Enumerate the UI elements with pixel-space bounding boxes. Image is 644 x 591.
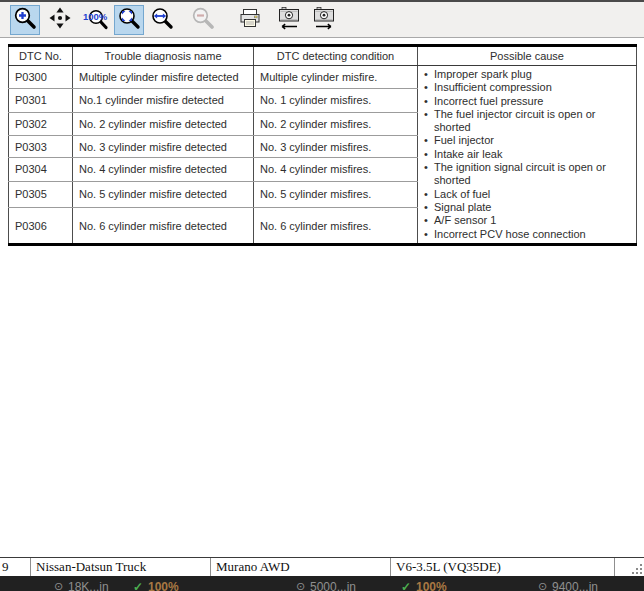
- metric-percent: 100%: [416, 580, 447, 591]
- status-vehicle-make: Nissan-Datsun Truck: [31, 558, 211, 577]
- gauge-icon: ⊙: [296, 580, 305, 591]
- condition-cell: No. 3 cylinder misfires.: [254, 135, 418, 157]
- metric-text: 9400...in: [552, 580, 598, 591]
- condition-cell: No. 1 cylinder misfires.: [254, 89, 418, 112]
- fit-width-button[interactable]: [148, 6, 176, 34]
- zoom-100-icon: 100%: [83, 6, 109, 34]
- dtc-no-cell: P0301: [9, 89, 73, 112]
- cause-item: The ignition signal circuit is open or s…: [422, 161, 632, 188]
- bottom-overlay-bar: ⊙ 18K...in ✓ 100% ⊙ 5000...in ✓ 100% ⊙ 9…: [0, 576, 644, 591]
- zoom-out-icon: [191, 6, 215, 34]
- document-view: DTC No. Trouble diagnosis name DTC detec…: [0, 38, 644, 557]
- camera-prev-icon: [276, 5, 302, 35]
- metric-percent: 100%: [148, 580, 179, 591]
- col-header-possible-cause: Possible cause: [418, 46, 637, 66]
- trouble-name-cell: No.1 cylinder misfire detected: [73, 89, 254, 112]
- table-row: P0300 Multiple cylinder misfire detected…: [9, 66, 637, 89]
- dtc-no-cell: P0303: [9, 135, 73, 157]
- cause-item: A/F sensor 1: [422, 214, 632, 227]
- check-icon: ✓: [133, 580, 143, 591]
- zoom-100-button[interactable]: 100%: [82, 6, 110, 34]
- zoom-in-icon: [13, 6, 37, 34]
- dtc-no-cell: P0305: [9, 181, 73, 208]
- zoom-in-button[interactable]: [11, 6, 39, 34]
- fit-width-icon: [150, 6, 174, 34]
- dtc-no-cell: P0306: [9, 208, 73, 245]
- metric-text: 18K...in: [68, 580, 109, 591]
- condition-cell: Multiple cylinder misfire.: [254, 66, 418, 89]
- condition-cell: No. 6 cylinder misfires.: [254, 208, 418, 245]
- print-button[interactable]: [236, 6, 264, 34]
- col-header-trouble-name: Trouble diagnosis name: [73, 46, 254, 66]
- status-bar: 9 Nissan-Datsun Truck Murano AWD V6-3.5L…: [0, 557, 644, 577]
- dtc-no-cell: P0302: [9, 112, 73, 135]
- col-header-dtc-no: DTC No.: [9, 46, 73, 66]
- cause-item: Intake air leak: [422, 148, 632, 161]
- fit-page-button[interactable]: [115, 6, 143, 34]
- gauge-icon: ⊙: [538, 580, 547, 591]
- trouble-name-cell: No. 4 cylinder misfire detected: [73, 158, 254, 181]
- app-window: 100%: [0, 0, 644, 591]
- status-record-number: 9: [0, 558, 31, 577]
- possible-cause-list: Improper spark plug Insufficient compres…: [422, 68, 632, 241]
- check-icon: ✓: [401, 580, 411, 591]
- cause-item: Improper spark plug: [422, 68, 632, 81]
- cause-item: The fuel injector circuit is open or sho…: [422, 108, 632, 135]
- dtc-table: DTC No. Trouble diagnosis name DTC detec…: [8, 44, 637, 246]
- trouble-name-cell: No. 6 cylinder misfire detected: [73, 208, 254, 245]
- trouble-name-cell: No. 5 cylinder misfire detected: [73, 181, 254, 208]
- pan-icon: [48, 6, 72, 34]
- trouble-name-cell: No. 3 cylinder misfire detected: [73, 135, 254, 157]
- condition-cell: No. 5 cylinder misfires.: [254, 181, 418, 208]
- pan-button[interactable]: [46, 6, 74, 34]
- printer-icon: [238, 6, 262, 34]
- dtc-no-cell: P0304: [9, 158, 73, 181]
- resize-grip[interactable]: [631, 563, 643, 575]
- cause-item: Fuel injector: [422, 134, 632, 147]
- possible-cause-cell: Improper spark plug Insufficient compres…: [418, 66, 637, 245]
- metric-text: 5000...in: [310, 580, 356, 591]
- cause-item: Incorrect PCV hose connection: [422, 228, 632, 241]
- trouble-name-cell: Multiple cylinder misfire detected: [73, 66, 254, 89]
- cause-item: Insufficient compression: [422, 81, 632, 94]
- cause-item: Lack of fuel: [422, 188, 632, 201]
- fit-page-icon: [117, 6, 141, 34]
- table-header-row: DTC No. Trouble diagnosis name DTC detec…: [9, 46, 637, 66]
- toolbar: 100%: [0, 2, 644, 38]
- zoom-out-button: [189, 6, 217, 34]
- status-engine: V6-3.5L (VQ35DE): [391, 558, 615, 577]
- gauge-icon: ⊙: [54, 580, 63, 591]
- svg-text:100%: 100%: [83, 10, 108, 21]
- dtc-no-cell: P0300: [9, 66, 73, 89]
- camera-next-icon: [311, 5, 337, 35]
- cause-item: Incorrect fuel pressure: [422, 95, 632, 108]
- condition-cell: No. 4 cylinder misfires.: [254, 158, 418, 181]
- col-header-detecting-condition: DTC detecting condition: [254, 46, 418, 66]
- next-image-button[interactable]: [310, 6, 338, 34]
- cause-item: Signal plate: [422, 201, 632, 214]
- previous-image-button[interactable]: [275, 6, 303, 34]
- trouble-name-cell: No. 2 cylinder misfire detected: [73, 112, 254, 135]
- condition-cell: No. 2 cylinder misfires.: [254, 112, 418, 135]
- status-vehicle-model: Murano AWD: [211, 558, 391, 577]
